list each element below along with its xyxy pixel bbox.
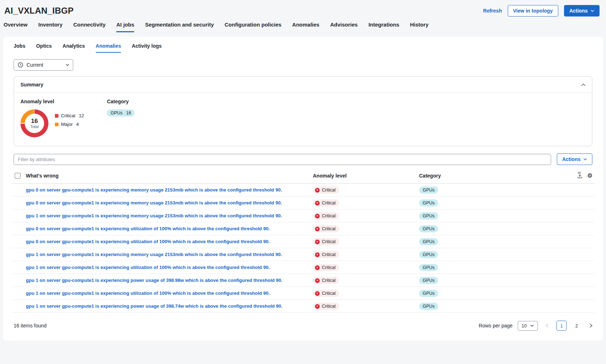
chevron-down-icon: [583, 158, 587, 160]
chevron-down-icon: [591, 10, 594, 12]
category-badge-count: 16: [126, 110, 131, 116]
sub-tab-bar: JobsOpticsAnalyticsAnomaliesActivity log…: [11, 42, 595, 53]
main-tab-inventory[interactable]: Inventory: [38, 22, 63, 32]
page-header: AI_VXLAN_IBGP Refresh View in topology A…: [0, 0, 606, 19]
select-all-checkbox[interactable]: [15, 173, 20, 179]
sub-tab-anomalies[interactable]: Anomalies: [96, 43, 121, 53]
sub-tab-analytics[interactable]: Analytics: [62, 43, 85, 53]
category-label: Category: [107, 99, 135, 104]
legend-item-critical[interactable]: Critical 12: [55, 113, 84, 118]
category-badge: GPUs: [419, 186, 438, 194]
category-badge: GPUs: [419, 303, 438, 310]
sub-tab-activity-logs[interactable]: Activity logs: [132, 43, 161, 53]
anomaly-description-link[interactable]: gpu 1 on server gpu-compute1 is experien…: [26, 265, 313, 270]
page-1[interactable]: 1: [556, 321, 567, 331]
main-tab-integrations[interactable]: Integrations: [368, 22, 399, 32]
sub-tab-jobs[interactable]: Jobs: [14, 43, 25, 53]
filter-row: Actions: [14, 153, 592, 165]
legend-item-major[interactable]: Major 4: [55, 122, 84, 127]
anomaly-level-badge: × Critical: [313, 264, 339, 271]
table-row[interactable]: gpu 0 on server gpu-compute1 is experien…: [11, 197, 595, 209]
category-badge: GPUs: [419, 251, 438, 258]
anomaly-description-link[interactable]: gpu 0 on server gpu-compute1 is experien…: [26, 187, 313, 193]
previous-page-icon[interactable]: [546, 323, 549, 328]
critical-icon: ×: [315, 252, 320, 257]
table-row[interactable]: gpu 1 on server gpu-compute1 is experien…: [11, 209, 595, 222]
anomaly-level-text: Critical: [322, 265, 335, 270]
main-tab-ai-jobs[interactable]: AI jobs: [116, 22, 134, 32]
rows-per-page-select[interactable]: 10: [518, 321, 538, 331]
category-summary-badge[interactable]: GPUs 16: [107, 109, 135, 117]
category-badge: GPUs: [419, 277, 438, 284]
critical-icon: ×: [315, 214, 320, 218]
main-tab-configuration-policies[interactable]: Configuration policies: [225, 22, 281, 32]
filter-input[interactable]: [14, 154, 551, 165]
donut-total: 16: [31, 118, 38, 124]
page-2[interactable]: 2: [572, 321, 582, 331]
legend-critical-label: Critical: [61, 113, 75, 118]
page-title: AI_VXLAN_IBGP: [4, 6, 74, 16]
anomaly-description-link[interactable]: gpu 1 on server gpu-compute1 is experien…: [26, 278, 313, 283]
page-list: 12: [556, 321, 582, 331]
main-tab-segmentation-and-security[interactable]: Segmentation and security: [145, 22, 214, 32]
table-row[interactable]: gpu 1 on server gpu-compute1 is experien…: [11, 261, 595, 274]
category-badge: GPUs: [419, 225, 438, 232]
critical-icon: ×: [315, 227, 320, 231]
table-row[interactable]: gpu 0 on server gpu-compute1 is experien…: [11, 235, 595, 248]
main-tab-bar: OverviewInventoryConnectivityAI jobsSegm…: [0, 19, 606, 32]
collapse-chevron-icon[interactable]: [581, 84, 586, 86]
anomaly-description-link[interactable]: gpu 0 on server gpu-compute1 is experien…: [26, 239, 313, 244]
next-page-icon[interactable]: [589, 323, 592, 328]
table-header: What's wrong Anomaly level Category 10 ⚙: [11, 170, 595, 184]
critical-icon: ×: [315, 265, 320, 270]
table-row[interactable]: gpu 1 on server gpu-compute1 is experien…: [11, 287, 595, 300]
header-actions: Refresh View in topology Actions: [483, 5, 600, 16]
anomaly-level-badge: × Critical: [313, 290, 339, 297]
main-tab-connectivity[interactable]: Connectivity: [73, 22, 105, 32]
anomaly-description-link[interactable]: gpu 1 on server gpu-compute1 is experien…: [26, 303, 313, 309]
summary-panel: Summary Anomaly level 16 Total: [14, 76, 592, 146]
anomaly-level-badge: × Critical: [313, 277, 339, 284]
table-actions-button[interactable]: Actions: [557, 153, 592, 165]
column-category[interactable]: Category: [419, 173, 571, 179]
legend-major-value: 4: [76, 122, 79, 127]
anomalies-table: What's wrong Anomaly level Category 10 ⚙…: [11, 170, 595, 313]
category-section: Category GPUs 16: [107, 99, 135, 137]
main-tab-anomalies[interactable]: Anomalies: [292, 22, 319, 32]
export-icon[interactable]: 10: [577, 173, 582, 178]
critical-icon: ×: [315, 240, 320, 244]
table-row[interactable]: gpu 1 on server gpu-compute1 is experien…: [11, 274, 595, 287]
summary-body: Anomaly level 16 Total Critical 12: [14, 93, 592, 146]
sub-tab-optics[interactable]: Optics: [36, 43, 52, 53]
category-badge: GPUs: [419, 212, 438, 219]
anomaly-description-link[interactable]: gpu 1 on server gpu-compute1 is experien…: [26, 252, 313, 257]
anomaly-description-link[interactable]: gpu 0 on server gpu-compute1 is experien…: [26, 200, 313, 205]
category-badge: GPUs: [419, 290, 438, 297]
anomaly-level-badge: × Critical: [313, 251, 339, 258]
main-tab-history[interactable]: History: [410, 22, 429, 32]
anomaly-description-link[interactable]: gpu 1 on server gpu-compute1 is experien…: [26, 290, 313, 296]
anomaly-level-text: Critical: [322, 187, 335, 193]
anomaly-level-text: Critical: [322, 239, 335, 245]
anomaly-level-text: Critical: [322, 213, 335, 219]
main-tab-advisories[interactable]: Advisories: [330, 22, 358, 32]
main-tab-overview[interactable]: Overview: [4, 22, 28, 32]
time-range-dropdown[interactable]: Current: [14, 59, 73, 71]
settings-gear-icon[interactable]: ⚙: [587, 173, 592, 179]
table-row[interactable]: gpu 0 on server gpu-compute1 is experien…: [11, 184, 595, 197]
column-whats-wrong[interactable]: What's wrong: [26, 173, 313, 179]
critical-swatch-icon: [55, 114, 58, 118]
clock-icon: [18, 62, 23, 68]
anomaly-description-link[interactable]: gpu 0 on server gpu-compute1 is experien…: [26, 226, 313, 231]
anomaly-level-text: Critical: [322, 226, 335, 232]
header-actions-button[interactable]: Actions: [564, 5, 600, 16]
anomaly-description-link[interactable]: gpu 1 on server gpu-compute1 is experien…: [26, 213, 313, 218]
anomaly-donut-chart[interactable]: 16 Total: [20, 109, 48, 137]
view-in-topology-button[interactable]: View in topology: [508, 5, 558, 16]
refresh-link[interactable]: Refresh: [483, 8, 502, 14]
table-row[interactable]: gpu 0 on server gpu-compute1 is experien…: [11, 222, 595, 235]
table-row[interactable]: gpu 1 on server gpu-compute1 is experien…: [11, 300, 595, 313]
table-row[interactable]: gpu 1 on server gpu-compute1 is experien…: [11, 248, 595, 261]
anomaly-level-text: Critical: [322, 278, 335, 283]
column-anomaly-level[interactable]: Anomaly level: [313, 173, 419, 179]
